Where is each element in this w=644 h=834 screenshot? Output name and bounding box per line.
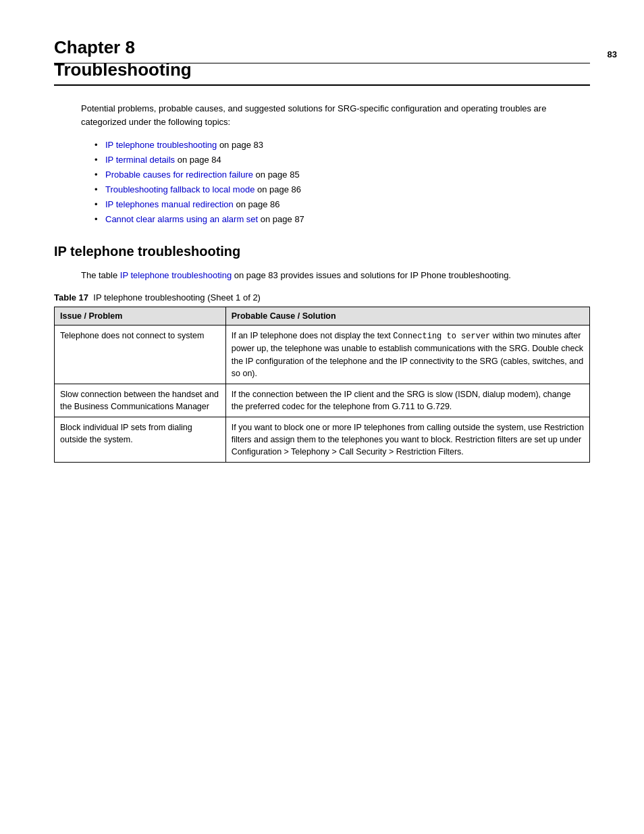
top-rule xyxy=(54,63,590,63)
col-header-solution: Probable Cause / Solution xyxy=(225,307,589,325)
list-item: IP telephones manual redirection on page… xyxy=(95,197,590,212)
link-probable-causes[interactable]: Probable causes for redirection failure xyxy=(105,170,253,180)
link-troubleshooting-fallback[interactable]: Troubleshooting fallback to local mode xyxy=(105,184,254,194)
page-number: 83 xyxy=(608,49,617,59)
list-item: Troubleshooting fallback to local mode o… xyxy=(95,182,590,197)
table-row: Slow connection between the handset and … xyxy=(55,384,590,417)
table-row: Block individual IP sets from dialing ou… xyxy=(55,417,590,463)
main-content: Chapter 8 Troubleshooting Potential prob… xyxy=(54,37,590,463)
table-row: Telephone does not connect to system If … xyxy=(55,325,590,384)
table-header-row: Issue / Problem Probable Cause / Solutio… xyxy=(55,307,590,325)
link-cannot-clear-alarms[interactable]: Cannot clear alarms using an alarm set xyxy=(105,214,258,224)
section-paragraph: The table IP telephone troubleshooting o… xyxy=(81,269,590,282)
link-ip-telephone-troubleshooting[interactable]: IP telephone troubleshooting xyxy=(105,140,217,150)
table-cell-issue-2: Slow connection between the handset and … xyxy=(55,384,226,417)
intro-paragraph: Potential problems, probable causes, and… xyxy=(81,102,590,128)
troubleshooting-table: Issue / Problem Probable Cause / Solutio… xyxy=(54,307,590,463)
table-caption-text: IP telephone troubleshooting (Sheet 1 of… xyxy=(88,292,261,303)
chapter-divider xyxy=(54,84,590,86)
link-ip-terminal-details[interactable]: IP terminal details xyxy=(105,155,175,165)
link-ip-telephones-manual[interactable]: IP telephones manual redirection xyxy=(105,199,234,209)
table-cell-solution-3: If you want to block one or more IP tele… xyxy=(225,417,589,463)
link-section-ip-telephone[interactable]: IP telephone troubleshooting xyxy=(120,270,232,280)
table-caption-bold: Table 17 xyxy=(54,292,88,303)
page-container: 83 Chapter 8 Troubleshooting Potential p… xyxy=(0,37,644,834)
list-item: IP telephone troubleshooting on page 83 xyxy=(95,138,590,153)
col-header-issue: Issue / Problem xyxy=(55,307,226,325)
table-caption: Table 17 IP telephone troubleshooting (S… xyxy=(54,292,590,303)
list-item: IP terminal details on page 84 xyxy=(95,153,590,167)
table-cell-issue-1: Telephone does not connect to system xyxy=(55,325,226,384)
chapter-label: Chapter 8 xyxy=(54,37,590,58)
table-cell-issue-3: Block individual IP sets from dialing ou… xyxy=(55,417,226,463)
section-heading: IP telephone troubleshooting xyxy=(54,244,590,259)
table-cell-solution-2: If the connection between the IP client … xyxy=(225,384,589,417)
topics-list: IP telephone troubleshooting on page 83 … xyxy=(95,138,590,228)
table-cell-solution-1: If an IP telephone does not display the … xyxy=(225,325,589,384)
list-item: Probable causes for redirection failure … xyxy=(95,167,590,182)
list-item: Cannot clear alarms using an alarm set o… xyxy=(95,212,590,227)
